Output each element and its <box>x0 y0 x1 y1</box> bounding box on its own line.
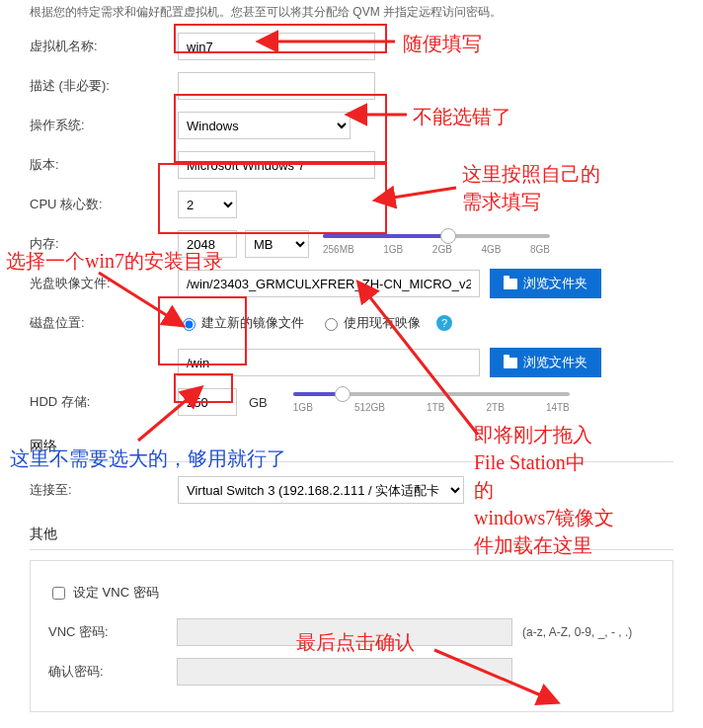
iso-input[interactable] <box>178 270 480 297</box>
folder-icon <box>504 279 517 289</box>
version-input[interactable] <box>178 151 375 179</box>
intro-text: 根据您的特定需求和偏好配置虚拟机。您甚至可以将其分配给 QVM 并指定远程访问密… <box>30 0 673 29</box>
label-iso: 光盘映像文件: <box>30 275 178 292</box>
mem-slider[interactable]: 256MB 1GB 2GB 4GB 8GB <box>323 234 550 255</box>
hdd-unit: GB <box>249 395 268 410</box>
divider <box>30 461 673 462</box>
label-os: 操作系统: <box>30 117 178 134</box>
connect-select[interactable]: Virtual Switch 3 (192.168.2.111 / 实体适配卡 … <box>178 476 464 504</box>
vncpwd-input <box>177 618 512 646</box>
os-select[interactable]: Windows <box>178 112 351 139</box>
label-desc: 描述 (非必要): <box>30 77 178 95</box>
vnc-checkbox[interactable] <box>52 587 65 600</box>
label-vmname: 虚拟机名称: <box>30 38 178 55</box>
label-cpu: CPU 核心数: <box>30 196 178 213</box>
label-connect: 连接至: <box>30 481 178 499</box>
label-confirm: 确认密码: <box>48 663 177 681</box>
label-vncpwd: VNC 密码: <box>48 623 177 641</box>
net-section-head: 网络 <box>30 438 673 455</box>
label-mem: 内存: <box>30 235 178 253</box>
disk-radio-new[interactable]: 建立新的镜像文件 <box>178 314 304 332</box>
other-box: 设定 VNC 密码 VNC 密码: (a-z, A-Z, 0-9, _, - ,… <box>30 560 673 712</box>
vmname-input[interactable] <box>178 33 375 60</box>
pwd-hint: (a-z, A-Z, 0-9, _, - , .) <box>522 625 632 639</box>
cpu-select[interactable]: 2 <box>178 191 237 218</box>
divider <box>30 549 673 550</box>
hdd-input[interactable] <box>178 388 237 416</box>
disk-radio-existing[interactable]: 使用现有映像 <box>320 314 421 332</box>
confirm-input <box>177 658 512 686</box>
desc-input[interactable] <box>178 72 375 100</box>
label-disk: 磁盘位置: <box>30 314 178 332</box>
mem-unit-select[interactable]: MB <box>245 230 309 258</box>
folder-icon <box>504 358 517 368</box>
label-hdd: HDD 存储: <box>30 393 178 411</box>
help-icon[interactable]: ? <box>436 315 452 331</box>
hdd-slider[interactable]: 1GB 512GB 1TB 2TB 14TB <box>293 392 570 413</box>
label-setvnc: 设定 VNC 密码 <box>73 584 159 602</box>
label-version: 版本: <box>30 156 178 174</box>
other-section-head: 其他 <box>30 526 673 543</box>
browse-disk-button[interactable]: 浏览文件夹 <box>490 348 601 377</box>
diskpath-input[interactable] <box>178 349 480 376</box>
browse-iso-button[interactable]: 浏览文件夹 <box>490 269 601 298</box>
mem-input[interactable] <box>178 230 237 258</box>
